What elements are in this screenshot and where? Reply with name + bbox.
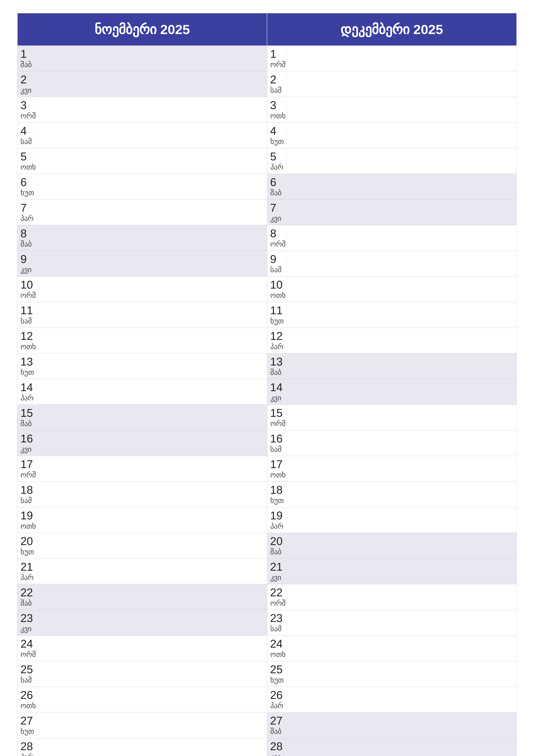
day-name: კვი <box>270 753 281 756</box>
day-row: 18სამ <box>17 482 267 507</box>
day-name: პარ <box>20 214 34 223</box>
day-number: 10 <box>20 279 33 291</box>
day-number-cell: 11ხუთ <box>267 302 287 328</box>
day-number: 22 <box>20 586 33 599</box>
day-number: 28 <box>270 740 283 753</box>
day-number-cell: 23კვი <box>17 610 37 635</box>
day-number-cell: 1შაბ <box>17 46 37 71</box>
day-row: 23სამ <box>267 610 517 635</box>
day-number: 17 <box>20 458 33 471</box>
day-row: 4სამ <box>17 122 267 148</box>
day-number: 12 <box>270 330 283 342</box>
day-number: 5 <box>20 150 27 163</box>
day-number: 28 <box>20 740 33 753</box>
day-content-cell <box>287 200 517 225</box>
day-number-cell: 5ოთხ <box>17 148 37 174</box>
day-name: ხუთ <box>20 188 34 197</box>
day-row: 12ოთხ <box>17 328 267 353</box>
day-content-cell <box>287 379 517 405</box>
day-number-cell: 7კვი <box>267 200 287 225</box>
day-number: 22 <box>270 586 283 599</box>
day-row: 8შაბ <box>17 225 267 251</box>
day-number-cell: 3ორშ <box>17 97 37 122</box>
day-number: 21 <box>20 561 33 573</box>
day-content-cell <box>37 251 267 276</box>
day-content-cell <box>37 430 267 456</box>
day-row: 20ხუთ <box>17 533 267 558</box>
day-name: კვი <box>270 573 281 582</box>
day-number-cell: 19პარ <box>267 507 287 533</box>
day-number-cell: 24ოთხ <box>267 635 287 661</box>
day-row: 5ოთხ <box>17 148 267 174</box>
day-row: 6შაბ <box>267 174 517 200</box>
day-name: ორშ <box>20 650 36 659</box>
day-number-cell: 15ორშ <box>267 405 287 430</box>
day-number: 9 <box>20 253 27 265</box>
day-name: კვი <box>270 393 281 402</box>
day-content-cell <box>287 174 517 199</box>
day-number-cell: 5პარ <box>267 148 287 174</box>
day-name: შაბ <box>270 727 282 736</box>
day-number: 14 <box>20 381 33 393</box>
day-number-cell: 16კვი <box>17 430 37 456</box>
day-number-cell: 15შაბ <box>17 405 37 430</box>
day-number-cell: 12პარ <box>267 328 287 353</box>
day-content-cell <box>287 482 517 507</box>
day-name: ოთხ <box>20 342 36 351</box>
day-number: 13 <box>20 356 33 368</box>
day-number: 18 <box>270 484 283 496</box>
day-name: პარ <box>20 393 34 402</box>
day-row: 9კვი <box>17 251 267 277</box>
day-content-cell <box>287 225 517 251</box>
day-row: 14პარ <box>17 379 267 405</box>
day-name: სამ <box>20 137 32 146</box>
day-row: 17ოთხ <box>267 456 517 482</box>
day-name: კვი <box>20 86 32 94</box>
day-content-cell <box>37 225 267 251</box>
day-name: სამ <box>270 445 282 454</box>
day-number-cell: 6ხუთ <box>17 174 37 199</box>
day-row: 20შაბ <box>267 533 517 558</box>
day-row: 26ოთხ <box>17 687 267 713</box>
day-number: 16 <box>270 433 283 445</box>
day-content-cell <box>287 430 517 456</box>
day-content-cell <box>37 174 267 199</box>
day-number-cell: 10ოთხ <box>267 277 287 302</box>
day-content-cell <box>37 687 267 712</box>
day-row: 15შაბ <box>17 405 267 430</box>
day-number: 15 <box>20 407 33 419</box>
day-name: შაბ <box>270 547 282 556</box>
day-number: 12 <box>20 330 33 342</box>
day-name: შაბ <box>270 188 282 197</box>
day-number: 16 <box>20 433 33 445</box>
day-number-cell: 2სამ <box>267 71 287 97</box>
day-content-cell <box>287 713 517 738</box>
day-content-cell <box>37 148 267 174</box>
day-content-cell <box>287 584 517 610</box>
day-number-cell: 6შაბ <box>267 174 287 199</box>
day-row: 19ოთხ <box>17 507 267 533</box>
day-name: ორშ <box>270 60 286 69</box>
day-number: 2 <box>270 73 276 86</box>
day-content-cell <box>37 661 267 687</box>
day-number: 17 <box>270 458 283 471</box>
day-row: 28კვი <box>267 738 517 756</box>
day-content-cell <box>37 97 267 122</box>
day-row: 3ოთხ <box>267 97 517 122</box>
day-number: 19 <box>270 509 283 522</box>
day-content-cell <box>287 97 517 122</box>
day-content-cell <box>37 379 267 405</box>
day-number-cell: 23სამ <box>267 610 287 635</box>
day-row: 27ხუთ <box>17 713 267 738</box>
day-row: 27შაბ <box>267 713 517 738</box>
day-row: 25ხუთ <box>267 661 517 687</box>
day-row: 21კვი <box>267 558 517 584</box>
day-row: 2სამ <box>267 71 517 97</box>
day-number: 10 <box>270 279 283 291</box>
day-row: 25სამ <box>17 661 267 687</box>
day-name: სამ <box>20 676 32 685</box>
day-number: 24 <box>270 638 283 650</box>
day-number-cell: 9კვი <box>17 251 37 276</box>
day-row: 26პარ <box>267 687 517 713</box>
day-number-cell: 28კვი <box>267 738 287 756</box>
